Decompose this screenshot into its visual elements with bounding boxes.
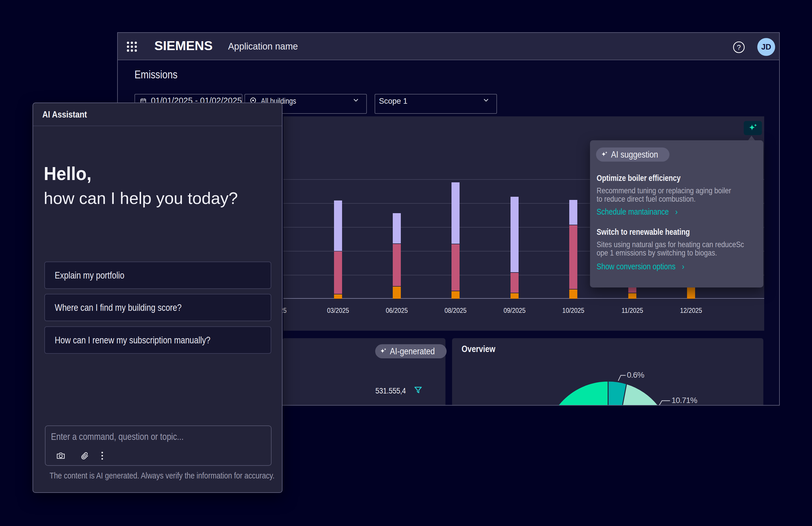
svg-text:10.71%: 10.71% (671, 396, 697, 405)
svg-text:0.6%: 0.6% (627, 370, 644, 379)
